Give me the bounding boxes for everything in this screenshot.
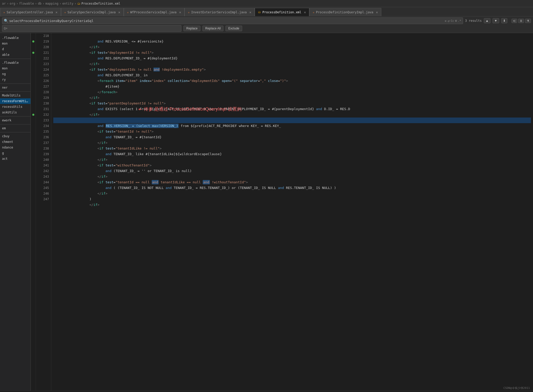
filter-lines-btn[interactable]: ≡| xyxy=(511,19,517,23)
search-icon: 🔍 xyxy=(4,19,8,23)
sidebar-item-g[interactable]: g xyxy=(0,150,30,156)
breadcrumb-current-file: ProcessDefinition.xml xyxy=(81,2,120,5)
tab-salary-spec-service-impl[interactable]: ☕ SalarySpecServiceImpl.java × xyxy=(61,8,124,16)
toggle-details-btn[interactable]: ☰ xyxy=(518,19,524,23)
sidebar-item-ry[interactable]: ry xyxy=(0,77,30,82)
tab-invest-exterior-service-impl[interactable]: ☕ InvestExteriorServiceImpl.java × xyxy=(184,8,255,16)
sidebar-item-able[interactable]: able xyxy=(0,52,30,58)
sidebar-item-ner[interactable]: ner xyxy=(0,85,30,90)
code-line-233: and RES.VERSION_ = (select max(VERSION_)… xyxy=(53,118,531,123)
tab-process-definition-xml[interactable]: 🗂 ProcessDefinition.xml × xyxy=(255,8,309,16)
code-line-244: and ( (TENANT_ID_ IS NOT NULL and TENANT… xyxy=(53,179,531,185)
code-line-234: <if test="tenantId != null"> xyxy=(53,123,531,129)
java-file-icon: ☕ xyxy=(3,10,5,14)
tab-salary-spec-controller[interactable]: ☕ SalarySpecController.java × xyxy=(0,8,61,16)
case-sensitive-btn[interactable]: Cc xyxy=(451,19,454,23)
sidebar-item-askutils[interactable]: askUtils xyxy=(0,110,30,115)
replace-icon: Q+ xyxy=(4,27,7,30)
close-icon[interactable]: × xyxy=(304,10,306,14)
sidebar: .flowable mon d able .flowable mon ng ry… xyxy=(0,33,31,391)
filter-btn[interactable]: ⚗ xyxy=(525,19,531,23)
gutter xyxy=(31,33,36,391)
replace-input-container[interactable]: Q+ xyxy=(2,25,181,32)
tab-label: ProcessDefinition.xml xyxy=(262,10,301,14)
breadcrumb-item[interactable]: entity xyxy=(62,2,73,5)
java-file-icon: ☕ xyxy=(64,10,66,14)
sidebar-item-mon2[interactable]: mon xyxy=(0,66,30,71)
sidebar-item-modelutils[interactable]: ModelUtils xyxy=(0,93,30,98)
editor-area[interactable]: 218 219 220 221 222 223 224 225 226 227 … xyxy=(31,33,533,391)
search-input[interactable] xyxy=(9,19,444,23)
replace-all-button[interactable]: Replace All xyxy=(202,26,223,31)
code-line-232: <if test="latest"> xyxy=(53,112,531,118)
sidebar-separator5 xyxy=(0,124,30,124)
code-line-237: <if test="tenantIdLike != null"> xyxy=(53,140,531,146)
sidebar-item-ndance[interactable]: ndance xyxy=(0,145,30,150)
replace-input[interactable] xyxy=(8,27,180,30)
sidebar-item-ng[interactable]: ng xyxy=(0,71,30,77)
java-file-icon: ☕ xyxy=(188,10,190,14)
sidebar-separator2 xyxy=(0,83,30,84)
replace-row: Q+ Replace Replace All Exclude xyxy=(2,25,531,32)
sidebar-separator3 xyxy=(0,91,30,92)
open-in-editor-btn[interactable]: ⬇ xyxy=(501,18,507,23)
replace-button[interactable]: Replace xyxy=(183,26,200,31)
tab-label: SalarySpecServiceImpl.java xyxy=(67,10,116,14)
search-input-container[interactable]: 🔍 ✕ ↺ Cc W .* xyxy=(2,17,463,24)
sidebar-item-rocessformutils[interactable]: rocessFormUtils xyxy=(0,98,30,104)
sidebar-item-d[interactable]: d xyxy=(0,46,30,52)
refresh-icon[interactable]: ↺ xyxy=(448,19,450,23)
code-line-223: <if test="deploymentIds != null and !dep… xyxy=(53,61,531,67)
sidebar-item-cbuy[interactable]: cbuy xyxy=(0,133,30,139)
code-line-243: <if test="tenantId == null and tenantIdL… xyxy=(53,174,531,179)
breadcrumb-item[interactable]: flowable xyxy=(19,2,34,5)
tab-wf-process-service-impl[interactable]: ☕ WfProcessServiceImpl.java × xyxy=(124,8,185,16)
code-line-245: </if> xyxy=(53,185,531,191)
sidebar-item-flowable1[interactable]: .flowable xyxy=(0,35,30,41)
close-icon[interactable]: × xyxy=(179,10,181,14)
tab-bar: ☕ SalarySpecController.java × ☕ SalarySp… xyxy=(0,7,533,16)
tab-process-definition-query-impl[interactable]: ☕ ProcessDefinitionQueryImpl.java × xyxy=(309,8,381,16)
breadcrumb-item[interactable]: org xyxy=(10,2,15,5)
line-numbers: 218 219 220 221 222 223 224 225 226 227 … xyxy=(36,33,51,391)
prev-result-btn[interactable]: ▲ xyxy=(484,18,490,23)
tab-label: SalarySpecController.java xyxy=(7,10,53,14)
breadcrumb-item[interactable]: ar xyxy=(2,2,6,5)
sidebar-item-chment[interactable]: chment xyxy=(0,139,30,145)
xml-file-icon: 🗂 xyxy=(258,10,261,14)
main-container: .flowable mon d able .flowable mon ng ry… xyxy=(0,33,533,391)
code-line-222: </if> xyxy=(53,56,531,61)
sidebar-item-mon1[interactable]: mon xyxy=(0,41,30,46)
exclude-button[interactable]: Exclude xyxy=(225,26,242,31)
whole-word-btn[interactable]: W xyxy=(455,19,457,23)
close-icon[interactable]: × xyxy=(118,10,120,14)
code-line-220: <if test="deploymentId != null"> xyxy=(53,44,531,50)
result-count: 3 results xyxy=(465,19,482,23)
sidebar-item-act[interactable]: act xyxy=(0,156,30,162)
java-file-icon: ☕ xyxy=(127,10,129,14)
code-line-218: and RES.VERSION_ <= #{versionLte} xyxy=(53,33,531,39)
code-line-226: #{item} xyxy=(53,78,531,84)
breadcrumb-bar: ar › org › flowable › db › mapping › ent… xyxy=(0,0,533,7)
breadcrumb-item[interactable]: mapping xyxy=(45,2,58,5)
sidebar-separator4 xyxy=(0,116,30,116)
code-line-242: </if> xyxy=(53,168,531,174)
clear-search-icon[interactable]: ✕ xyxy=(445,19,447,23)
java-file-icon: ☕ xyxy=(313,10,314,14)
bottom-toolbar: ☰ ⬆ ⬇ ⇑ ⇓ ▦ ⋯ xyxy=(0,391,533,392)
xml-file-icon: 🗂 xyxy=(77,2,80,5)
sidebar-item-em[interactable]: em xyxy=(0,125,30,131)
breadcrumb-item[interactable]: db xyxy=(38,2,42,5)
close-icon[interactable]: × xyxy=(55,10,57,14)
code-line-235: and TENANT_ID_ = #{tenantId} xyxy=(53,129,531,134)
sidebar-separator6 xyxy=(0,132,30,132)
next-result-btn[interactable]: ▼ xyxy=(493,18,499,23)
sidebar-item-ework[interactable]: ework xyxy=(0,118,30,123)
sidebar-item-flowable2[interactable]: .flowable xyxy=(0,60,30,66)
close-icon[interactable]: × xyxy=(249,10,251,14)
tab-label: InvestExteriorServiceImpl.java xyxy=(191,10,247,14)
regex-btn[interactable]: .* xyxy=(458,19,461,23)
close-icon[interactable]: × xyxy=(376,10,378,14)
sidebar-item-rocessutils[interactable]: rocessUtils xyxy=(0,104,30,110)
code-line-229: <if test="parentDeploymentId != null"> xyxy=(53,95,531,101)
